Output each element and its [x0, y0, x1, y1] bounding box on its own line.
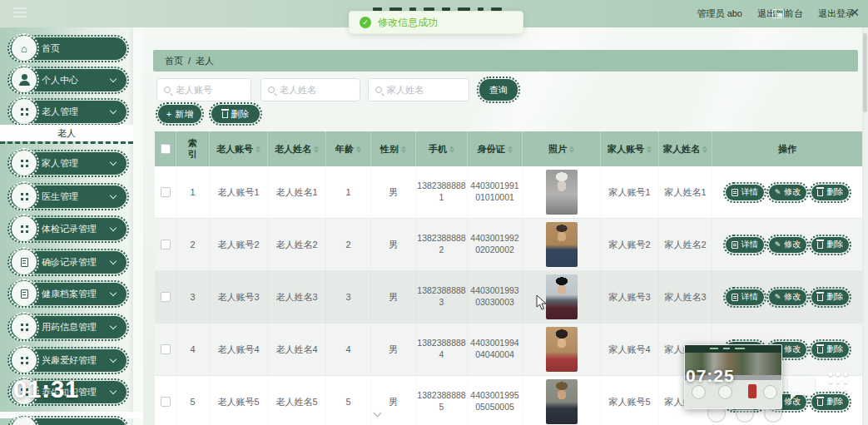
- cell-index: 1: [176, 166, 210, 218]
- scrollbar-thumb[interactable]: [863, 33, 867, 112]
- col-actions: 操作: [712, 131, 863, 166]
- sidebar-item-elder-mgmt[interactable]: 老人管理: [10, 101, 126, 123]
- cell-family-account: 家人账号4: [601, 324, 659, 375]
- col-index: 索引: [176, 131, 210, 166]
- apps-icon: [12, 184, 37, 209]
- col-elder-account[interactable]: 老人账号: [210, 131, 268, 166]
- sidebar-subitem-elder[interactable]: 老人: [0, 125, 133, 141]
- edit-button[interactable]: ✎修改: [769, 185, 807, 200]
- elder-name-search-field[interactable]: [260, 78, 360, 101]
- col-age[interactable]: 年龄: [326, 131, 371, 166]
- col-family-account[interactable]: 家人账号: [601, 131, 659, 166]
- sidebar: ⌂ 首页 个人中心 老人管理 老人 家人管理 医生管理 体检记录管理 确诊记录管…: [0, 27, 143, 425]
- cell-age: 3: [326, 271, 371, 323]
- row-checkbox[interactable]: [161, 344, 171, 354]
- cell-family-account: 家人账号1: [601, 166, 659, 218]
- mini-player-icon[interactable]: [772, 9, 784, 18]
- table-row[interactable]: 2 老人账号2 老人姓名2 2 男 13823888882 4403001992…: [155, 219, 863, 271]
- delete-button[interactable]: 删除: [811, 237, 849, 253]
- delete-button[interactable]: 删除: [811, 289, 849, 305]
- elder-photo[interactable]: [546, 379, 578, 424]
- table-row[interactable]: 3 老人账号3 老人姓名3 3 男 13823888883 4403001993…: [155, 271, 863, 324]
- delete-button[interactable]: 删除: [811, 342, 849, 358]
- col-family-name[interactable]: 家人姓名: [659, 131, 712, 166]
- breadcrumb-current: 老人: [196, 55, 214, 67]
- trash-icon: [817, 347, 823, 353]
- col-photo[interactable]: 照片: [523, 131, 601, 166]
- edit-button[interactable]: ✎修改: [769, 289, 807, 305]
- row-checkbox[interactable]: [161, 397, 171, 407]
- delete-selected-button[interactable]: 删除: [211, 105, 260, 123]
- pip-video-window[interactable]: 07:25: [684, 344, 782, 409]
- sidebar-item-personal-center[interactable]: 个人中心: [10, 69, 126, 91]
- cell-elder-name: 老人姓名1: [268, 166, 326, 218]
- cell-phone: 13823888885: [416, 376, 468, 425]
- col-elder-name[interactable]: 老人姓名: [268, 131, 326, 166]
- sort-icon: [314, 146, 319, 153]
- chevron-down-icon: [110, 289, 117, 296]
- col-gender[interactable]: 性别: [371, 131, 416, 166]
- apps-icon: [12, 348, 37, 373]
- trash-icon: [817, 190, 823, 196]
- sidebar-item-health-archives[interactable]: 健康档案管理: [10, 283, 126, 305]
- sidebar-item-home[interactable]: ⌂ 首页: [10, 37, 126, 60]
- sidebar-item-medication-info[interactable]: 用药信息管理: [10, 316, 126, 339]
- submenu-dashed-divider: [0, 141, 133, 144]
- detail-button[interactable]: 详情: [726, 289, 764, 305]
- select-all-checkbox[interactable]: [161, 144, 171, 154]
- elder-photo[interactable]: [546, 327, 578, 372]
- delete-button[interactable]: 删除: [811, 394, 849, 410]
- cell-family-account: 家人账号3: [601, 271, 659, 323]
- elder-photo[interactable]: [546, 274, 578, 319]
- family-name-input[interactable]: [387, 85, 462, 95]
- cell-phone: 13823888881: [416, 166, 468, 218]
- sidebar-item-diagnosis-records[interactable]: 确诊记录管理: [10, 251, 126, 274]
- row-checkbox[interactable]: [161, 187, 171, 197]
- table-row[interactable]: 1 老人账号1 老人姓名1 1 男 13823888881 4403001991…: [155, 166, 863, 219]
- elder-name-input[interactable]: [280, 85, 353, 95]
- hamburger-menu-icon[interactable]: [13, 7, 27, 17]
- cell-phone: 13823888882: [416, 219, 468, 270]
- sidebar-item-partial[interactable]: [10, 418, 126, 425]
- cell-elder-name: 老人姓名4: [268, 324, 326, 375]
- admin-user-label[interactable]: 管理员 abo: [697, 7, 742, 20]
- chat-bubble-icon[interactable]: [788, 376, 815, 395]
- breadcrumb: 首页 / 老人: [153, 50, 858, 72]
- elder-account-input[interactable]: [176, 85, 244, 95]
- pip-circle-icon: [763, 385, 777, 399]
- cell-family-account: 家人账号5: [601, 376, 659, 425]
- elder-account-search-field[interactable]: [156, 78, 251, 101]
- sidebar-item-hobby-mgmt[interactable]: 兴趣爱好管理: [10, 349, 126, 372]
- sort-icon: [255, 146, 260, 153]
- search-button[interactable]: 查询: [479, 79, 518, 101]
- row-checkbox[interactable]: [161, 292, 171, 302]
- cell-age: 1: [326, 166, 371, 218]
- chevron-down-icon: [110, 159, 117, 166]
- edit-button[interactable]: ✎修改: [769, 237, 807, 253]
- detail-button[interactable]: 详情: [726, 185, 764, 200]
- family-name-search-field[interactable]: [368, 78, 469, 101]
- row-checkbox[interactable]: [161, 240, 171, 250]
- sidebar-item-family-mgmt[interactable]: 家人管理: [10, 152, 126, 175]
- sidebar-item-checkup-records[interactable]: 体检记录管理: [10, 218, 126, 240]
- detail-button[interactable]: 详情: [726, 237, 764, 253]
- cell-index: 3: [176, 271, 210, 323]
- breadcrumb-home[interactable]: 首页: [165, 55, 183, 67]
- cell-gender: 男: [371, 271, 416, 323]
- cell-elder-name: 老人姓名5: [268, 376, 326, 425]
- close-icon[interactable]: ✕: [850, 6, 860, 19]
- col-idcard[interactable]: 身份证: [468, 131, 523, 166]
- add-button[interactable]: +新增: [158, 105, 201, 123]
- table-header-row: 索引 老人账号 老人姓名 年龄 性别 手机 身份证 照片 家人账号 家人姓名 操…: [155, 131, 863, 166]
- delete-button[interactable]: 删除: [811, 185, 849, 200]
- elder-photo[interactable]: [546, 222, 578, 267]
- col-phone[interactable]: 手机: [416, 131, 468, 166]
- elder-photo[interactable]: [546, 170, 578, 215]
- sidebar-item-doctor-mgmt[interactable]: 医生管理: [10, 185, 126, 208]
- chevron-down-icon: [110, 225, 117, 231]
- sort-icon: [449, 146, 454, 153]
- cell-index: 4: [176, 324, 210, 375]
- trash-icon: [817, 242, 823, 249]
- apps-icon: [12, 314, 37, 339]
- apps-grid-icon[interactable]: [829, 373, 851, 394]
